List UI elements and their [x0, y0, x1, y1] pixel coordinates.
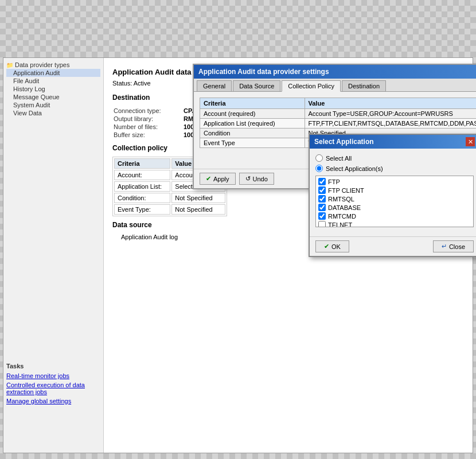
modal-titlebar: Application Audit data provider settings…	[194, 65, 476, 79]
check-icon: ✔	[324, 243, 329, 250]
undo-button[interactable]: ↺ Undo	[239, 173, 274, 185]
row-criteria: Condition:	[114, 193, 170, 203]
row-criteria: Account:	[114, 170, 170, 180]
collection-row: Condition: Not Specified	[114, 193, 225, 203]
checkbox-rmtcmd[interactable]	[318, 212, 326, 220]
row-value: Not Specified	[171, 204, 225, 215]
ok-button[interactable]: ✔ OK	[315, 240, 349, 252]
criteria-row: Account (required) Account Type=USER,GRO…	[200, 109, 477, 119]
modal-title: Application Audit data provider settings	[198, 68, 329, 76]
tree-item-system-audit[interactable]: System Audit	[6, 101, 100, 109]
ok-label: OK	[331, 243, 341, 250]
right-panel: Application Audit data provider settings…	[104, 58, 473, 453]
status-value: Active	[134, 80, 151, 87]
tree-root[interactable]: Data provider types	[6, 61, 100, 69]
output-lib-label: Output library:	[114, 115, 182, 122]
main-window: Data provider types Application Audit Fi…	[3, 57, 473, 453]
select-app-title: Select Application	[314, 138, 374, 146]
select-applications-label: Select Application(s)	[326, 165, 383, 172]
tree-item-history-log[interactable]: History Log	[6, 85, 100, 93]
tasks-section: Tasks Real-time monitor jobs Controlled …	[6, 363, 101, 407]
modal-content: Criteria Value Account (required) Accoun…	[194, 92, 476, 169]
list-item-ftp: FTP	[317, 177, 472, 186]
settings-modal: Application Audit data provider settings…	[193, 64, 476, 189]
col-criteria: Criteria	[114, 158, 170, 169]
close-app-button[interactable]: ↵ Close	[433, 240, 474, 252]
conn-type-label: Connection type:	[114, 107, 182, 114]
app-label-database: DATABASE	[328, 204, 361, 211]
undo-icon: ↺	[245, 175, 251, 182]
app-label-rmtsql: RMTSQL	[328, 196, 354, 203]
apply-check-icon: ✔	[206, 175, 211, 182]
list-item-telnet: TELNET	[317, 220, 472, 227]
list-item-ftpclient: FTP CLIENT	[317, 186, 472, 195]
tree-item-label: View Data	[13, 110, 42, 116]
app-label-ftp: FTP	[328, 178, 340, 185]
undo-label: Undo	[253, 176, 268, 182]
criteria-cell: Application List (required)	[200, 119, 305, 129]
close-icon: ↵	[442, 243, 447, 250]
tree-item-label: Application Audit	[13, 69, 60, 76]
select-app-body: Select All Select Application(s) FTP	[310, 149, 476, 236]
value-cell: Account Type=USER,GROUP:Account=PWRUSRS	[305, 109, 476, 119]
tree-root-label: Data provider types	[15, 61, 69, 68]
tree-item-label: Message Queue	[13, 94, 60, 100]
tasks-title: Tasks	[6, 363, 101, 369]
select-all-radio[interactable]	[315, 154, 323, 162]
collection-row: Event Type: Not Specified	[114, 204, 225, 215]
app-label-ftpclient: FTP CLIENT	[328, 187, 364, 194]
row-value: Not Specified	[171, 193, 225, 203]
app-label-telnet: TELNET	[328, 221, 352, 228]
folder-icon	[6, 61, 13, 68]
tree-item-view-data[interactable]: View Data	[6, 109, 100, 117]
num-files-label: Number of files:	[114, 123, 182, 130]
select-app-titlebar: Select Application ✕	[310, 135, 476, 149]
value-cell: FTP,FTP,CLIENT,RMTSQL,DATABASE,RMTCMD,DD…	[305, 119, 476, 129]
tab-general[interactable]: General	[197, 80, 232, 91]
apply-button[interactable]: ✔ Apply	[200, 173, 236, 185]
tree-item-file-audit[interactable]: File Audit	[6, 77, 100, 85]
tab-bar: General Data Source Collection Policy De…	[194, 79, 476, 92]
list-item-database: DATABASE	[317, 203, 472, 212]
tab-data-source[interactable]: Data Source	[233, 80, 280, 91]
row-criteria: Application List:	[114, 181, 170, 192]
tree-item-label: System Audit	[13, 102, 50, 108]
criteria-row: Application List (required) FTP,FTP,CLIE…	[200, 119, 477, 129]
select-app-close-button[interactable]: ✕	[466, 137, 475, 146]
select-applications-radio-row: Select Application(s)	[315, 165, 474, 172]
checkbox-telnet[interactable]	[318, 221, 326, 227]
app-label-rmtcmd: RMTCMD	[328, 213, 356, 220]
app-list-container: FTP FTP CLIENT RMTSQL	[315, 176, 474, 227]
select-app-dialog: Select Application ✕ Select All Select A…	[309, 134, 476, 257]
criteria-cell: Condition	[200, 129, 305, 138]
select-all-label: Select All	[326, 155, 352, 162]
tab-collection-policy[interactable]: Collection Policy	[282, 80, 341, 92]
status-label: Status:	[112, 80, 132, 87]
checkbox-ftp[interactable]	[318, 178, 326, 185]
row-criteria: Event Type:	[114, 204, 170, 215]
checkbox-ftpclient[interactable]	[318, 186, 326, 194]
task-link-global[interactable]: Manage global settings	[6, 398, 101, 404]
list-item-rmtcmd: RMTCMD	[317, 212, 472, 220]
tree-item-label: File Audit	[13, 77, 39, 84]
tab-destination[interactable]: Destination	[342, 80, 386, 91]
task-link-realtime[interactable]: Real-time monitor jobs	[6, 372, 101, 379]
value-col-header: Value	[305, 98, 476, 109]
criteria-col-header: Criteria	[200, 98, 305, 109]
tree-item-label: History Log	[13, 85, 45, 92]
app-list-box[interactable]: FTP FTP CLIENT RMTSQL	[315, 176, 474, 227]
criteria-cell: Event Type	[200, 138, 305, 148]
tree-item-message-queue[interactable]: Message Queue	[6, 93, 100, 101]
checkbox-database[interactable]	[318, 204, 326, 211]
close-label: Close	[449, 243, 465, 250]
apply-label: Apply	[213, 176, 229, 182]
select-applications-radio[interactable]	[315, 165, 323, 172]
list-item-rmtsql: RMTSQL	[317, 195, 472, 203]
tree-item-app-audit[interactable]: Application Audit	[6, 69, 100, 77]
left-buttons: ✔ Apply ↺ Undo	[200, 173, 274, 185]
task-link-controlled[interactable]: Controlled execution of data extraction …	[6, 382, 101, 395]
criteria-cell: Account (required)	[200, 109, 305, 119]
left-panel: Data provider types Application Audit Fi…	[3, 58, 104, 453]
select-all-radio-row: Select All	[315, 154, 474, 162]
checkbox-rmtsql[interactable]	[318, 195, 326, 203]
